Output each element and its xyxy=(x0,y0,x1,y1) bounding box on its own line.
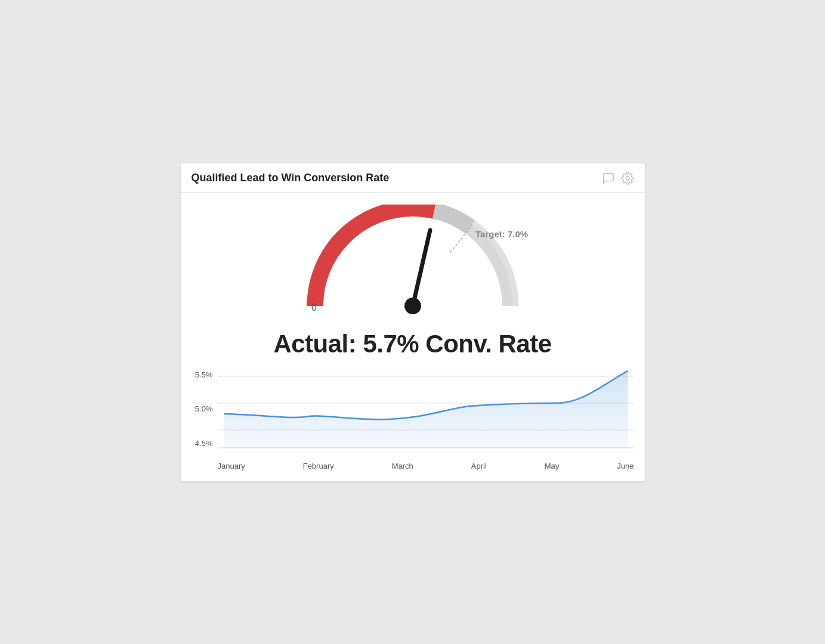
x-axis-january: January xyxy=(218,462,245,470)
dashboard-card: Qualified Lead to Win Conversion Rate xyxy=(180,163,645,482)
gauge-zero-label: 0 xyxy=(311,302,317,312)
card-body: 0 Target: 7.0% Actual: 5.7% Conv. Rate 5… xyxy=(181,193,645,481)
comment-icon[interactable] xyxy=(602,172,615,185)
svg-point-3 xyxy=(404,298,421,314)
x-axis-may: May xyxy=(545,462,560,470)
gauge-target-label: Target: 7.0% xyxy=(475,229,528,239)
line-chart-svg xyxy=(218,370,634,457)
x-axis-april: April xyxy=(471,462,487,470)
header-icons xyxy=(602,172,634,185)
y-axis-label-bottom: 4.5% xyxy=(191,439,213,448)
gauge-svg: 0 Target: 7.0% xyxy=(293,205,532,336)
svg-line-2 xyxy=(413,230,430,306)
gauge-container: 0 Target: 7.0% xyxy=(293,205,532,336)
svg-point-0 xyxy=(626,177,629,180)
x-axis-february: February xyxy=(303,462,334,470)
settings-icon[interactable] xyxy=(621,172,634,185)
chart-section: 5.5% 5.0% 4.5% xyxy=(191,370,634,470)
card-title: Qualified Lead to Win Conversion Rate xyxy=(191,172,390,184)
gauge-section: 0 Target: 7.0% Actual: 5.7% Conv. Rate xyxy=(191,205,634,358)
x-axis-march: March xyxy=(392,462,413,470)
x-axis-june: June xyxy=(617,462,634,470)
y-axis-label-top: 5.5% xyxy=(191,370,213,379)
y-axis-label-mid: 5.0% xyxy=(191,404,213,413)
card-header: Qualified Lead to Win Conversion Rate xyxy=(181,163,645,193)
